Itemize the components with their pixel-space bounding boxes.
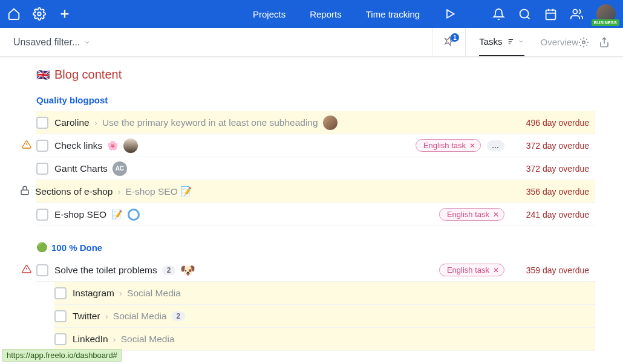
tab-tasks[interactable]: Tasks [479, 28, 524, 56]
search-icon[interactable] [518, 8, 531, 21]
overdue-label: 372 day overdue [510, 164, 589, 174]
warning-icon [22, 264, 31, 276]
task-row[interactable]: LinkedIn › Social Media [54, 328, 595, 351]
lock-icon [19, 185, 30, 198]
tab-overview[interactable]: Overview [540, 28, 578, 56]
task-crumb: Social Media [121, 334, 175, 345]
task-name: Instagram [73, 288, 114, 299]
share-icon[interactable] [599, 37, 610, 48]
project-title[interactable]: 🇬🇧 Blog content [36, 68, 595, 82]
overdue-label: 356 day overdue [510, 187, 589, 197]
assignee-avatar[interactable] [123, 138, 138, 153]
task-emoji: 🌸 [107, 140, 119, 151]
business-badge: BUSINESS [592, 19, 619, 26]
task-row[interactable]: Check links 🌸 English task ✕ … 372 day o… [36, 134, 595, 157]
svg-point-0 [38, 12, 41, 16]
task-row[interactable]: E-shop SEO 📝 English task ✕ 241 day over… [36, 203, 595, 226]
task-checkbox[interactable] [54, 333, 67, 345]
nav-projects[interactable]: Projects [253, 9, 285, 19]
svg-rect-18 [21, 190, 28, 195]
crumb-separator: › [105, 311, 108, 322]
content-area: 🇬🇧 Blog content Quality blogpost Carolin… [0, 57, 623, 364]
task-checkbox[interactable] [36, 264, 48, 276]
task-checkbox[interactable] [54, 287, 67, 299]
task-name: LinkedIn [73, 334, 108, 345]
assignee-avatar[interactable]: AC [113, 161, 127, 176]
calendar-icon[interactable] [544, 8, 557, 21]
people-icon[interactable] [570, 8, 583, 21]
assignee-avatar[interactable] [323, 115, 338, 130]
task-name: Caroline [54, 117, 90, 128]
top-navbar: Projects Reports Time tracking BUSINESS [0, 0, 623, 28]
task-crumb: Social Media [113, 311, 167, 322]
task-checkbox[interactable] [36, 140, 48, 152]
overdue-label: 359 day overdue [510, 265, 589, 275]
task-row[interactable]: Sections of e-shop › E-shop SEO 📝 356 da… [36, 180, 595, 203]
tag-remove-icon[interactable]: ✕ [493, 266, 499, 275]
filter-label: Unsaved filter... [13, 37, 80, 48]
section-title[interactable]: 🟢 100 % Done [36, 242, 595, 253]
task-name: Twitter [73, 311, 100, 322]
chevron-down-icon [518, 38, 524, 45]
task-name: Check links [54, 140, 102, 151]
play-icon[interactable] [444, 8, 456, 20]
task-name: E-shop SEO [54, 209, 106, 220]
sub-toolbar: Unsaved filter... 1 Tasks Overview [0, 28, 623, 57]
svg-marker-3 [447, 10, 454, 18]
user-avatar[interactable]: BUSINESS [596, 4, 616, 24]
project-title-text: Blog content [54, 68, 122, 82]
svg-rect-6 [546, 10, 556, 19]
overdue-label: 496 day overdue [510, 118, 589, 128]
task-row[interactable]: Solve the toilet problems 2 🐶 English ta… [36, 259, 595, 282]
bell-icon[interactable] [492, 8, 505, 21]
nav-reports[interactable]: Reports [310, 9, 342, 19]
task-crumb: Social Media [127, 288, 181, 299]
section-title[interactable]: Quality blogpost [36, 95, 595, 105]
task-tag[interactable]: English task ✕ [439, 208, 504, 221]
crumb-separator: › [113, 334, 116, 345]
tag-remove-icon[interactable]: ✕ [493, 210, 499, 219]
task-emoji: 📝 [111, 209, 123, 220]
warning-icon [22, 140, 31, 151]
task-row[interactable]: Instagram › Social Media [54, 282, 595, 305]
tag-remove-icon[interactable]: ✕ [469, 141, 475, 150]
task-crumb: Use the primary keyword in at least one … [102, 117, 318, 128]
count-pill: 2 [172, 311, 186, 321]
plus-icon[interactable] [58, 7, 71, 21]
svg-point-4 [520, 9, 529, 18]
task-row[interactable]: Twitter › Social Media 2 [54, 305, 595, 328]
crumb-separator: › [117, 186, 120, 197]
svg-line-5 [527, 16, 530, 19]
svg-point-10 [573, 9, 577, 13]
task-tag[interactable]: English task ✕ [439, 264, 504, 276]
task-name: Solve the toilet problems [54, 265, 157, 276]
task-tag[interactable]: English task ✕ [416, 139, 481, 152]
svg-point-14 [582, 41, 585, 44]
task-row[interactable]: Caroline › Use the primary keyword in at… [36, 111, 595, 134]
pin-area[interactable]: 1 [432, 28, 466, 56]
filter-dropdown[interactable]: Unsaved filter... [13, 37, 91, 48]
crumb-separator: › [94, 117, 97, 128]
flag-emoji: 🇬🇧 [36, 68, 50, 82]
task-crumb: E-shop SEO 📝 [126, 186, 192, 197]
assignee-avatar[interactable] [128, 209, 140, 221]
task-checkbox[interactable] [36, 163, 48, 175]
overdue-label: 241 day overdue [510, 210, 589, 219]
task-row[interactable]: Gantt Charts AC 372 day overdue [36, 157, 595, 180]
task-checkbox[interactable] [36, 209, 48, 221]
status-bar-url: https://app.freelo.io/dashboard# [2, 349, 122, 362]
task-checkbox[interactable] [36, 117, 48, 129]
crumb-separator: › [119, 288, 122, 299]
task-checkbox[interactable] [54, 310, 67, 322]
nav-time-tracking[interactable]: Time tracking [366, 9, 420, 19]
more-pill[interactable]: … [487, 140, 504, 151]
task-name: Sections of e-shop [35, 186, 113, 197]
overdue-label: 372 day overdue [510, 141, 589, 151]
settings-icon[interactable] [578, 37, 589, 48]
pin-count-badge: 1 [451, 33, 459, 42]
count-pill: 2 [162, 265, 176, 275]
assignee-avatar[interactable]: 🐶 [180, 263, 195, 278]
gear-icon[interactable] [33, 7, 46, 21]
task-name: Gantt Charts [54, 163, 108, 174]
home-icon[interactable] [7, 7, 21, 21]
